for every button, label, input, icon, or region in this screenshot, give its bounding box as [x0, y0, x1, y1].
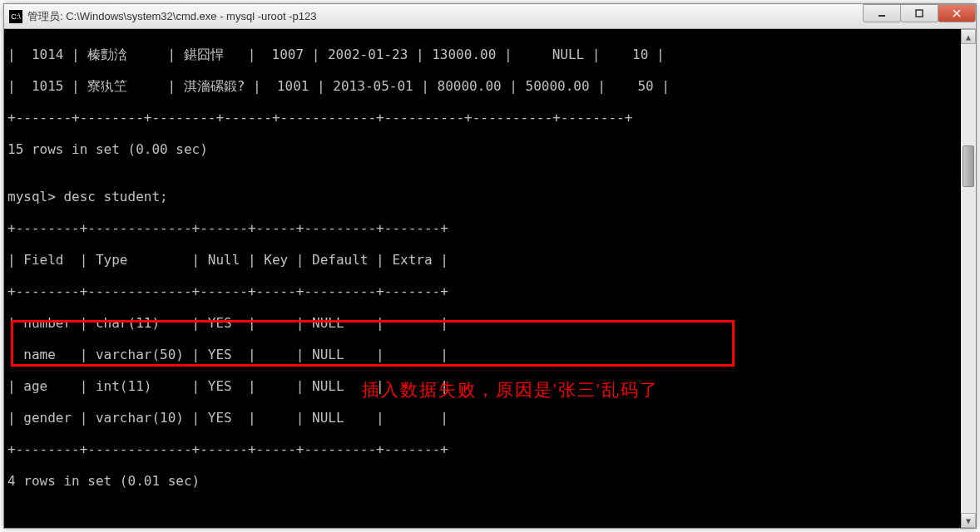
- terminal-line: +--------+-------------+------+-----+---…: [7, 441, 973, 457]
- terminal-output[interactable]: | 1014 | 榛勯浛 | 鍖囧悍 | 1007 | 2002-01-23 |…: [4, 29, 976, 528]
- titlebar[interactable]: C:\ 管理员: C:\Windows\system32\cmd.exe - m…: [4, 4, 976, 29]
- svg-rect-1: [916, 10, 923, 17]
- terminal-line: | 1014 | 榛勯浛 | 鍖囧悍 | 1007 | 2002-01-23 |…: [7, 47, 973, 62]
- terminal-line: +-------+--------+--------+------+------…: [7, 110, 973, 126]
- window-title: 管理员: C:\Windows\system32\cmd.exe - mysql…: [27, 9, 317, 24]
- cmd-icon: C:\: [9, 10, 22, 23]
- terminal-line: 4 rows in set (0.01 sec): [7, 473, 973, 489]
- terminal-line: | Field | Type | Null | Key | Default | …: [7, 252, 973, 268]
- scroll-up-button[interactable]: ▲: [961, 29, 976, 44]
- minimize-icon: [877, 8, 887, 18]
- maximize-icon: [914, 8, 924, 18]
- close-icon: [952, 8, 962, 18]
- terminal-line: 15 rows in set (0.00 sec): [7, 141, 973, 157]
- close-button[interactable]: [938, 4, 976, 22]
- terminal-line: | name | varchar(50) | YES | | NULL | |: [7, 347, 973, 362]
- scroll-thumb[interactable]: [963, 145, 974, 187]
- terminal-line: | number | char(11) | YES | | NULL | |: [7, 315, 973, 331]
- terminal-line: | 1015 | 寮犱笁 | 淇濇磥鍛? | 1001 | 2013-05-01…: [7, 78, 973, 94]
- terminal-line: +--------+-------------+------+-----+---…: [7, 283, 973, 299]
- terminal-line: mysql> desc student;: [7, 189, 973, 204]
- cmd-window: C:\ 管理员: C:\Windows\system32\cmd.exe - m…: [3, 3, 977, 529]
- minimize-button[interactable]: [863, 4, 901, 22]
- terminal-line: +--------+-------------+------+-----+---…: [7, 220, 973, 236]
- annotation-text: 插入数据失败，原因是'张三'乱码了: [362, 378, 659, 401]
- scroll-down-button[interactable]: ▼: [961, 513, 976, 528]
- vertical-scrollbar[interactable]: ▲ ▼: [961, 29, 976, 528]
- window-controls: [864, 4, 976, 22]
- maximize-button[interactable]: [900, 4, 938, 22]
- terminal-line: | gender | varchar(10) | YES | | NULL | …: [7, 410, 973, 426]
